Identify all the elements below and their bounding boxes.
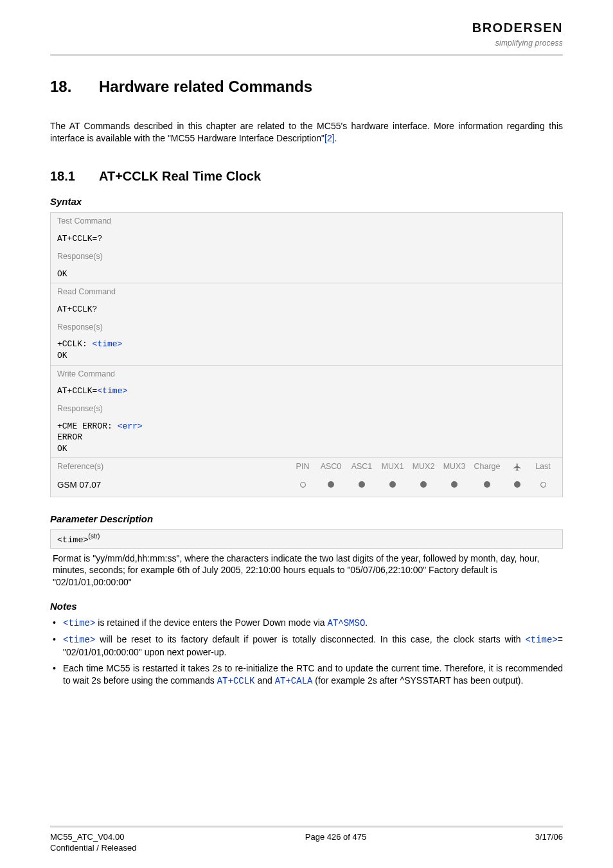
reference-data-row: GSM 07.07	[51, 475, 562, 496]
read-command-label: Read Command	[51, 283, 562, 301]
cell-asc0	[315, 479, 346, 491]
cell-last	[530, 479, 556, 491]
circle-open-icon	[540, 482, 546, 488]
reference-header-row: Reference(s) PIN ASC0 ASC1 MUX1 MUX2 MUX…	[51, 457, 562, 475]
reference-link[interactable]: [2]	[324, 133, 335, 143]
at-cala-link[interactable]: AT+CALA	[275, 676, 313, 686]
section-title: AT+CCLK Real Time Clock	[99, 169, 261, 183]
parameter-tag: <time>(str)	[50, 529, 563, 549]
time-param[interactable]: <time>	[525, 635, 557, 645]
test-response: OK	[51, 265, 562, 283]
chapter-heading: 18.Hardware related Commands	[50, 76, 563, 97]
syntax-heading: Syntax	[50, 195, 563, 208]
chapter-number: 18.	[50, 76, 99, 97]
logo-sub: simplifying process	[472, 38, 563, 48]
footer: MC55_ATC_V04.00 Confidential / Released …	[50, 826, 563, 854]
col-asc0: ASC0	[315, 461, 346, 472]
airplane-icon	[513, 463, 522, 472]
circle-filled-icon	[484, 481, 490, 488]
write-response: +CME ERROR: <err> ERROR OK	[51, 418, 562, 458]
col-airplane	[504, 461, 530, 472]
notes-list: <time> is retained if the device enters …	[50, 617, 563, 687]
read-response: +CCLK: <time> OK	[51, 335, 562, 364]
footer-center: Page 426 of 475	[305, 831, 366, 854]
circle-filled-icon	[514, 481, 520, 488]
col-last: Last	[530, 461, 556, 472]
time-param[interactable]: <time>	[97, 386, 127, 396]
parameter-description: Format is "yy/mm/dd,hh:mm:ss", where the…	[50, 551, 563, 589]
circle-filled-icon	[451, 481, 458, 488]
footer-left: MC55_ATC_V04.00 Confidential / Released	[50, 831, 136, 854]
responses-label: Response(s)	[51, 248, 562, 265]
logo-word: BRODERSEN	[472, 19, 563, 37]
cell-charge	[470, 479, 504, 491]
circle-filled-icon	[389, 481, 396, 488]
col-mux3: MUX3	[439, 461, 470, 472]
err-param[interactable]: <err>	[118, 421, 143, 431]
syntax-table: Test Command AT+CCLK=? Response(s) OK Re…	[50, 212, 563, 497]
chapter-title: Hardware related Commands	[99, 78, 312, 95]
time-param[interactable]: <time>	[63, 618, 95, 628]
notes-heading: Notes	[50, 600, 563, 613]
test-command-label: Test Command	[51, 213, 562, 230]
write-command: AT+CCLK=<time>	[51, 382, 562, 400]
write-command-label: Write Command	[51, 366, 562, 383]
cell-pin	[290, 479, 315, 491]
col-charge: Charge	[470, 461, 504, 472]
time-param[interactable]: <time>	[93, 339, 123, 349]
cell-asc1	[346, 479, 377, 491]
footer-rule	[50, 826, 563, 828]
col-pin: PIN	[290, 461, 315, 472]
circle-filled-icon	[420, 481, 427, 488]
time-param[interactable]: <time>	[63, 635, 95, 645]
col-mux1: MUX1	[377, 461, 408, 472]
col-asc1: ASC1	[346, 461, 377, 472]
section-heading: 18.1AT+CCLK Real Time Clock	[50, 168, 563, 185]
parameter-description-heading: Parameter Description	[50, 513, 563, 526]
responses-label: Response(s)	[51, 319, 562, 336]
cell-mux3	[439, 479, 470, 491]
responses-label: Response(s)	[51, 400, 562, 418]
test-command: AT+CCLK=?	[51, 230, 562, 248]
footer-right: 3/17/06	[535, 831, 563, 854]
note-item: <time> is retained if the device enters …	[50, 617, 563, 630]
cell-mux1	[377, 479, 408, 491]
circle-filled-icon	[359, 481, 365, 488]
at-smso-link[interactable]: AT^SMSO	[328, 618, 366, 628]
note-item: <time> will be reset to its factory defa…	[50, 633, 563, 659]
intro-paragraph: The AT Commands described in this chapte…	[50, 120, 563, 145]
cell-airplane	[504, 479, 530, 491]
at-cclk-link[interactable]: AT+CCLK	[217, 676, 255, 686]
note-item: Each time MC55 is restarted it takes 2s …	[50, 662, 563, 687]
circle-open-icon	[300, 482, 306, 488]
read-command: AT+CCLK?	[51, 301, 562, 319]
col-mux2: MUX2	[408, 461, 439, 472]
section-number: 18.1	[50, 168, 99, 185]
header: BRODERSEN simplifying process	[50, 19, 563, 49]
header-rule	[50, 54, 563, 56]
circle-filled-icon	[328, 481, 334, 488]
gsm-ref: GSM 07.07	[57, 479, 290, 491]
cell-mux2	[408, 479, 439, 491]
references-label: Reference(s)	[57, 461, 290, 472]
logo: BRODERSEN simplifying process	[472, 19, 563, 48]
